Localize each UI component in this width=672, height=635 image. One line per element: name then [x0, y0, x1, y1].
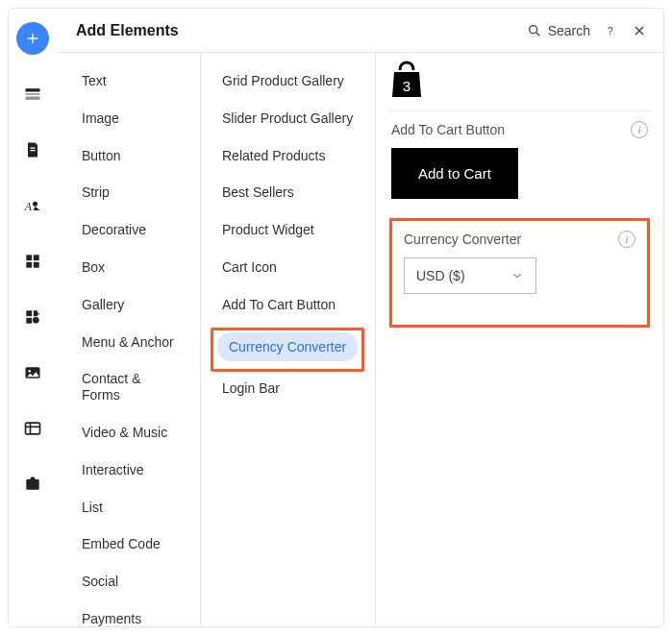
svg-rect-2: [26, 97, 40, 100]
category-item[interactable]: Embed Code: [70, 529, 172, 559]
tool-rail: A: [9, 9, 57, 626]
plus-icon: [25, 31, 40, 46]
help-icon: ?: [603, 23, 618, 38]
category-item[interactable]: Button: [70, 141, 132, 171]
panel-header: Add Elements Search ?: [57, 9, 663, 53]
panel-body: TextImageButtonStripDecorativeBoxGallery…: [57, 53, 663, 626]
subcategory-item[interactable]: Login Bar: [211, 374, 291, 403]
subcategory-item[interactable]: Cart Icon: [211, 253, 288, 282]
subcategory-item[interactable]: Add To Cart Button: [211, 290, 347, 320]
svg-text:3: 3: [403, 78, 411, 94]
subcategory-item[interactable]: Grid Product Gallery: [211, 66, 356, 96]
rail-addons-button[interactable]: [16, 301, 49, 333]
category-item[interactable]: Contact & Forms: [70, 364, 192, 410]
page-icon: [23, 140, 42, 159]
search-label: Search: [548, 23, 590, 38]
chevron-down-icon: [510, 269, 524, 282]
addons-icon: [23, 307, 42, 327]
rail-media-button[interactable]: [16, 356, 49, 389]
close-icon: [632, 23, 647, 38]
apps-icon: [23, 252, 42, 271]
add-to-cart-section-label: Add To Cart Button: [391, 122, 505, 137]
svg-point-13: [28, 370, 31, 373]
category-item[interactable]: List: [70, 493, 114, 523]
subcategory-item[interactable]: Slider Product Gallery: [211, 104, 364, 134]
rail-section-button[interactable]: [16, 78, 49, 110]
svg-rect-3: [31, 148, 36, 149]
rail-apps-button[interactable]: [16, 245, 49, 278]
category-item[interactable]: Strip: [70, 178, 121, 208]
svg-rect-14: [26, 423, 40, 434]
category-item[interactable]: Interactive: [70, 455, 156, 485]
rail-design-button[interactable]: A: [16, 189, 49, 222]
shopping-bag-icon: 3: [389, 61, 424, 99]
svg-rect-7: [34, 255, 39, 260]
svg-text:A: A: [24, 201, 33, 213]
subcategory-item[interactable]: Currency Converter: [217, 332, 358, 362]
category-item[interactable]: Gallery: [70, 290, 136, 320]
add-to-cart-button[interactable]: Add to Cart: [391, 148, 518, 199]
svg-point-17: [529, 25, 536, 33]
category-item[interactable]: Decorative: [70, 215, 158, 245]
category-item[interactable]: Payments: [70, 604, 153, 626]
category-item[interactable]: Box: [70, 253, 116, 282]
currency-select[interactable]: USD ($): [404, 257, 536, 294]
design-icon: A: [23, 196, 42, 215]
subcategory-item[interactable]: Best Sellers: [211, 178, 306, 208]
rail-page-button[interactable]: [16, 134, 49, 166]
add-to-cart-section: Add To Cart Button i Add to Cart: [389, 110, 650, 212]
svg-rect-6: [26, 255, 32, 260]
svg-rect-9: [34, 262, 39, 268]
svg-rect-0: [26, 88, 40, 91]
category-item[interactable]: Social: [70, 567, 130, 597]
subcategory-highlight: Currency Converter: [211, 328, 364, 373]
category-item[interactable]: Menu & Anchor: [70, 328, 186, 357]
media-icon: [23, 363, 42, 382]
search-icon: [527, 23, 542, 38]
svg-text:?: ?: [608, 25, 613, 37]
preview-column: 3 Add To Cart Button i Add to Cart Curre…: [376, 53, 663, 626]
cart-bag-preview[interactable]: 3: [389, 57, 650, 110]
categories-column: TextImageButtonStripDecorativeBoxGallery…: [57, 53, 201, 626]
category-item[interactable]: Video & Music: [70, 418, 179, 448]
briefcase-icon: [23, 475, 42, 494]
category-item[interactable]: Text: [70, 66, 118, 96]
panel: Add Elements Search ? TextImageButtonStr…: [57, 9, 663, 626]
add-elements-panel: A Add Elements Search ?: [8, 8, 664, 627]
info-icon[interactable]: i: [618, 231, 635, 248]
svg-rect-8: [26, 262, 32, 268]
help-button[interactable]: ?: [602, 22, 619, 39]
svg-rect-10: [26, 310, 32, 316]
currency-section-label: Currency Converter: [404, 232, 521, 247]
category-item[interactable]: Image: [70, 104, 131, 134]
info-icon[interactable]: i: [631, 121, 648, 138]
currency-converter-highlight: Currency Converter i USD ($): [389, 218, 650, 328]
svg-rect-11: [26, 318, 32, 324]
subcategory-item[interactable]: Related Products: [211, 141, 336, 171]
data-icon: [23, 419, 42, 438]
rail-business-button[interactable]: [16, 468, 49, 501]
subcategories-column: Grid Product GallerySlider Product Galle…: [201, 53, 376, 626]
currency-selected-value: USD ($): [416, 268, 465, 283]
search-button[interactable]: Search: [527, 23, 590, 38]
svg-rect-4: [31, 150, 36, 151]
section-icon: [23, 85, 42, 104]
close-button[interactable]: [631, 22, 648, 39]
rail-data-button[interactable]: [16, 412, 49, 445]
rail-add-button[interactable]: [16, 22, 49, 55]
svg-line-18: [536, 33, 539, 36]
svg-rect-1: [26, 93, 40, 95]
subcategory-item[interactable]: Product Widget: [211, 215, 326, 245]
panel-title: Add Elements: [76, 22, 179, 39]
